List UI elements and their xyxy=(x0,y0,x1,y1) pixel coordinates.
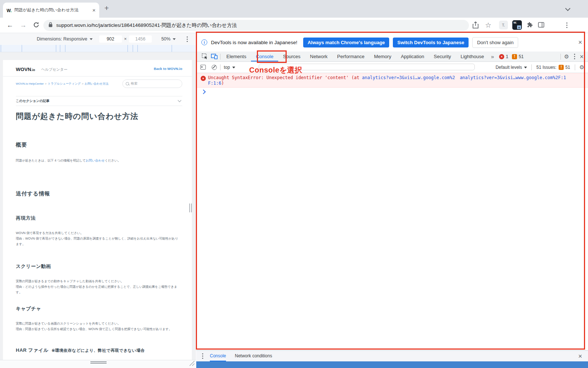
tab-memory[interactable]: Memory xyxy=(369,52,396,61)
console-toolbar: top Default levels 51 Issues: ! 51 ⚙ xyxy=(196,62,588,73)
dimensions-select[interactable]: Dimensions: Responsive xyxy=(37,36,93,42)
viewport-width-drag-handle[interactable] xyxy=(189,204,192,212)
article-title: 問題が起きた時の問い合わせ方法 xyxy=(16,111,138,121)
har-note: ※環境依存などにより、弊社で再現できない場合 xyxy=(51,348,145,353)
console-sidebar-icon[interactable] xyxy=(200,65,206,70)
devtools-drawer: Console Network conditions × xyxy=(196,350,588,361)
console-error-message: × Uncaught SyntaxError: Unexpected ident… xyxy=(196,73,588,88)
page-viewport: WOVN.io ヘルプセンター Back to WOVN.io WOVN.io … xyxy=(3,60,192,360)
browser-tab[interactable]: W. 問題が起きた時の問い合わせ方法 × xyxy=(3,3,99,18)
breadcrumb: WOVN.io HelpCenter>トラブルシューティング>お問い合わせ方法 xyxy=(16,82,108,86)
tab-lighthouse[interactable]: Lighthouse xyxy=(456,52,489,61)
zoom-select[interactable]: 50% xyxy=(161,36,176,42)
device-toolbar-menu-icon[interactable] xyxy=(187,39,188,40)
video-heading: スクリーン動画 xyxy=(16,263,51,270)
search-input[interactable]: 検索 xyxy=(122,79,182,88)
inspect-element-icon[interactable] xyxy=(200,53,209,60)
viewport-width-input[interactable]: 902 xyxy=(99,35,122,43)
extension-wovn-icon[interactable]: W. x xyxy=(512,20,522,30)
repro-heading: 再現方法 xyxy=(16,215,36,222)
tab-sources[interactable]: Sources xyxy=(278,52,305,61)
browser-toolbar: ← → support.wovn.io/hc/ja/articles/18641… xyxy=(0,18,588,33)
reload-button[interactable] xyxy=(33,22,39,29)
media-query-bar[interactable] xyxy=(0,45,196,52)
devtools-menu-icon[interactable] xyxy=(574,56,575,57)
error-count-badge[interactable]: ×1 xyxy=(499,54,508,59)
repro-line2: 理由：WOVN 側で再現ができない場合、問題の原因を調査することが難しく、詳細を… xyxy=(16,236,180,247)
error-text: Uncaught SyntaxError: Unexpected identif… xyxy=(208,75,362,80)
devtools-close-icon[interactable]: × xyxy=(580,53,584,60)
console-settings-icon[interactable]: ⚙ xyxy=(580,64,584,70)
tab-elements[interactable]: Elements xyxy=(222,52,251,61)
capture-line1: 実際に問題が起きている画面のスクリーンショットを共有してください。 xyxy=(16,321,180,326)
overview-heading: 概要 xyxy=(16,141,27,148)
more-tabs-icon[interactable]: » xyxy=(489,53,496,60)
browser-menu-icon[interactable] xyxy=(566,25,567,26)
viewport-height-input[interactable]: 1456 xyxy=(129,35,152,43)
devtools-tab-bar: Elements Console Sources Network Perform… xyxy=(196,52,588,62)
drawer-close-icon[interactable]: × xyxy=(578,353,582,360)
bookmark-star-icon[interactable]: ☆ xyxy=(485,21,491,29)
capture-heading: キャプチャ xyxy=(16,305,41,312)
context-selector[interactable]: top xyxy=(224,65,235,70)
forward-button[interactable]: → xyxy=(20,22,26,28)
issues-count: 51 xyxy=(565,65,570,70)
section-list-toggle[interactable]: このセクションの記事 xyxy=(16,99,50,103)
lock-icon xyxy=(49,22,53,29)
browser-window: W. 問題が起きた時の問い合わせ方法 × + ← → support.wovn.… xyxy=(0,0,588,368)
tab-title: 問題が起きた時の問い合わせ方法 xyxy=(14,7,89,13)
breadcrumb-category-link[interactable]: トラブルシューティング xyxy=(48,82,81,85)
console-filter-input[interactable] xyxy=(259,64,475,70)
warning-icon: ! xyxy=(512,54,517,59)
tab-performance[interactable]: Performance xyxy=(332,52,369,61)
site-favicon: W. xyxy=(7,7,12,14)
back-button[interactable]: ← xyxy=(7,22,13,28)
clear-console-icon[interactable] xyxy=(212,65,217,70)
section-list-chevron-icon[interactable] xyxy=(178,99,182,102)
share-icon[interactable] xyxy=(472,21,479,30)
back-to-wovn-link[interactable]: Back to WOVN.io xyxy=(154,67,182,71)
drawer-tab-console[interactable]: Console xyxy=(210,351,226,361)
video-line1: 実際の問題が起きるまでの動作をキャプチャした動画を共有してください。 xyxy=(16,279,180,284)
match-language-button[interactable]: Always match Chrome's language xyxy=(303,38,389,47)
error-source-link-3[interactable]: F:1:6 xyxy=(208,81,221,86)
console-prompt-icon[interactable] xyxy=(201,89,206,94)
drawer-tab-network-conditions[interactable]: Network conditions xyxy=(235,351,272,361)
viewport-height-drag-handle[interactable] xyxy=(90,361,107,364)
side-panel-icon[interactable] xyxy=(538,22,544,29)
breadcrumb-current[interactable]: お問い合わせ方法 xyxy=(85,82,108,85)
console-input[interactable] xyxy=(208,88,582,94)
log-levels-select[interactable]: Default levels xyxy=(495,65,527,70)
search-icon xyxy=(126,82,129,85)
devtools-bottom-strip xyxy=(196,361,588,368)
devtools-settings-icon[interactable]: ⚙ xyxy=(564,54,569,59)
issues-icon: ! xyxy=(559,65,564,70)
extensions-puzzle-icon[interactable] xyxy=(527,22,533,29)
viewport-corner-resize-grip[interactable] xyxy=(189,361,195,368)
new-tab-button[interactable]: + xyxy=(104,4,109,13)
drawer-menu-icon[interactable] xyxy=(202,355,203,357)
infobar-close-icon[interactable]: × xyxy=(578,39,582,46)
site-logo[interactable]: WOVN.io xyxy=(16,66,35,72)
breadcrumb-home-link[interactable]: WOVN.io HelpCenter xyxy=(16,82,44,85)
tab-network[interactable]: Network xyxy=(305,52,333,61)
tab-console[interactable]: Console xyxy=(251,52,278,61)
issues-link[interactable]: 51 Issues: xyxy=(536,65,556,70)
warning-count-badge[interactable]: !51 xyxy=(512,54,524,59)
capture-line2: 理由：問題が起きている箇所を確認できない場合、WOVN 側で正しく問題を把握でき… xyxy=(16,326,180,332)
device-toolbar-toggle-icon[interactable] xyxy=(209,54,219,59)
tab-security[interactable]: Security xyxy=(429,52,456,61)
extension-t-icon[interactable]: T. xyxy=(499,21,508,29)
error-source-link-2[interactable]: analytics?ver=3&visi…www.google.com%2F:1 xyxy=(460,75,566,80)
contact-link[interactable]: お問い合わせ xyxy=(86,159,105,162)
dont-show-again-button[interactable]: Don't show again xyxy=(472,37,518,48)
switch-japanese-button[interactable]: Switch DevTools to Japanese xyxy=(393,38,469,47)
device-toolbar: Dimensions: Responsive 902 × 1456 50% xyxy=(0,33,196,45)
address-bar[interactable]: support.wovn.io/hc/ja/articles/186414689… xyxy=(43,20,469,31)
error-source-link-1[interactable]: analytics?ver=3&visi…w.google.com%2 xyxy=(362,75,455,80)
infobar-message: DevTools is now available in Japanese! xyxy=(211,40,297,45)
dimensions-times: × xyxy=(124,36,127,42)
tab-application[interactable]: Application xyxy=(396,52,429,61)
tab-list-chevron-icon[interactable] xyxy=(566,7,570,10)
tab-close-icon[interactable]: × xyxy=(92,7,96,13)
